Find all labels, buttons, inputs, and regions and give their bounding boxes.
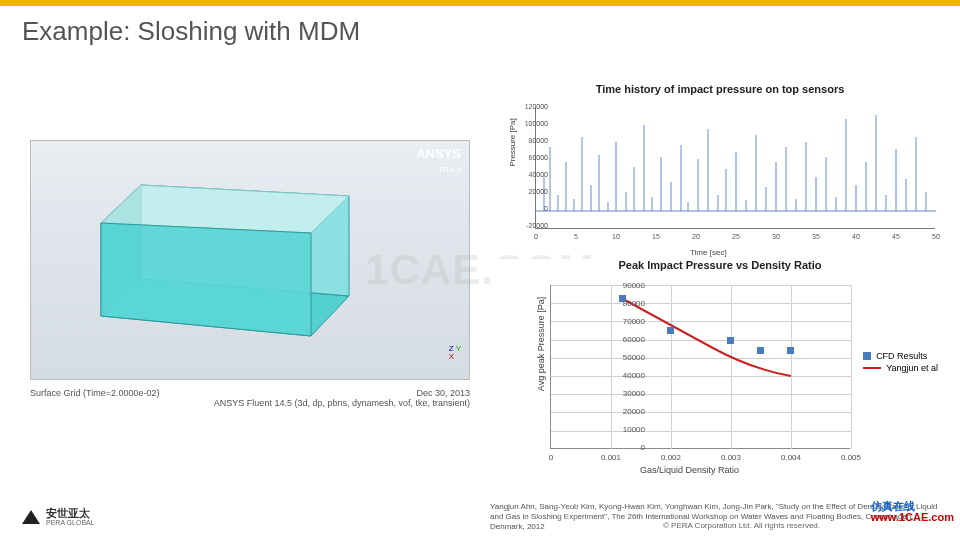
chart1-plotarea (535, 107, 935, 229)
chart2-legend: CFD Results Yangjun et al (863, 349, 938, 375)
wm-top: 仿真在线 (871, 500, 915, 512)
accent-bar (0, 0, 960, 6)
data-point (667, 327, 674, 334)
c2-yt: 20000 (595, 407, 645, 416)
c2-xt: 0.002 (654, 453, 688, 462)
svg-marker-4 (101, 223, 311, 336)
pera-logo: 安世亚太 PERA GLOBAL (22, 508, 95, 526)
charts-panel: Time history of impact pressure on top s… (490, 80, 950, 489)
c2-yt: 50000 (595, 353, 645, 362)
c2-yt: 0 (595, 443, 645, 452)
chart1-xlabel: Time [sec] (690, 248, 727, 257)
legend-ref: Yangjun et al (886, 363, 938, 373)
c1-xt: 10 (606, 233, 626, 240)
c1-xt: 35 (806, 233, 826, 240)
c2-yt: 10000 (595, 425, 645, 434)
legend-marker-icon (863, 352, 871, 360)
c1-yt: -20000 (512, 222, 548, 229)
legend-cfd: CFD Results (876, 351, 927, 361)
axis-triad: Z YX (449, 345, 461, 361)
brand-cn: 安世亚太 (46, 507, 90, 519)
c2-yt: 70000 (595, 317, 645, 326)
logo-text: 安世亚太 PERA GLOBAL (46, 508, 95, 526)
c2-yt: 40000 (595, 371, 645, 380)
data-point (787, 347, 794, 354)
chart2-title: Peak Impact Pressure vs Density Ratio (490, 259, 950, 271)
c1-xt: 25 (726, 233, 746, 240)
sim-date: Dec 30, 2013 (416, 388, 470, 398)
ansys-version: R14.5 (440, 165, 461, 174)
c2-yt: 30000 (595, 389, 645, 398)
c2-xt: 0.004 (774, 453, 808, 462)
time-history-chart: Time history of impact pressure on top s… (490, 83, 950, 253)
c1-xt: 45 (886, 233, 906, 240)
c1-xt: 50 (926, 233, 946, 240)
c1-yt: 20000 (512, 188, 548, 195)
triangle-icon (22, 510, 40, 524)
c1-yt: 80000 (512, 137, 548, 144)
c2-yt: 80000 (595, 299, 645, 308)
ansys-logo: ANSYS R14.5 (416, 147, 461, 174)
c1-xt: 0 (526, 233, 546, 240)
data-point (727, 337, 734, 344)
c1-xt: 30 (766, 233, 786, 240)
watermark-right: 仿真在线 www.1CAE.com (871, 501, 954, 524)
copyright: © PERA Corporation Ltd. All rights reser… (663, 521, 820, 530)
surface-grid-label: Surface Grid (Time=2.0000e-02) (30, 388, 159, 398)
c1-xt: 40 (846, 233, 866, 240)
wm-bottom: www.1CAE.com (871, 511, 954, 523)
c1-xt: 5 (566, 233, 586, 240)
chart1-title: Time history of impact pressure on top s… (490, 83, 950, 95)
c2-xt: 0.005 (834, 453, 868, 462)
c1-xt: 20 (686, 233, 706, 240)
tank-geometry (91, 171, 371, 341)
c1-yt: 40000 (512, 171, 548, 178)
chart2-ylabel: Avg peak Pressure [Pa] (536, 297, 546, 391)
chart1-series (536, 107, 936, 229)
legend-line-icon (863, 367, 881, 369)
c2-xt: 0.003 (714, 453, 748, 462)
c2-xt: 0 (534, 453, 568, 462)
density-ratio-chart: Peak Impact Pressure vs Density Ratio Av… (490, 259, 950, 489)
c1-yt: 0 (512, 205, 548, 212)
c1-xt: 15 (646, 233, 666, 240)
solver-line: ANSYS Fluent 14.5 (3d, dp, pbns, dynames… (30, 398, 470, 408)
chart2-xlabel: Gas/Liquid Density Ratio (640, 465, 739, 475)
ansys-word: ANSYS (416, 146, 461, 161)
slide-title: Example: Sloshing with MDM (22, 16, 360, 47)
c2-yt: 60000 (595, 335, 645, 344)
brand-en: PERA GLOBAL (46, 519, 95, 526)
c2-xt: 0.001 (594, 453, 628, 462)
c1-yt: 60000 (512, 154, 548, 161)
sim-metadata: Surface Grid (Time=2.0000e-02) Dec 30, 2… (30, 388, 470, 398)
data-point (757, 347, 764, 354)
c1-yt: 100000 (512, 120, 548, 127)
c1-yt: 120000 (512, 103, 548, 110)
c2-yt: 90000 (595, 281, 645, 290)
